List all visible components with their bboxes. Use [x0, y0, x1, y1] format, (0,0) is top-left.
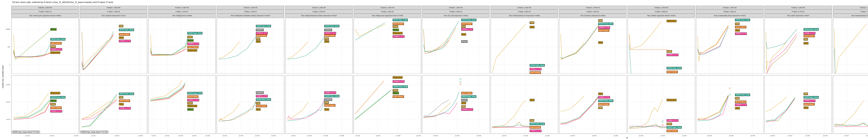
strip-test: Test: fread(colClasses='Date') improved …: [285, 14, 353, 18]
label-chip-fast: Fast: [530, 119, 534, 121]
series-line-orange: [150, 49, 187, 55]
series-line-green: [13, 100, 51, 118]
label-chip-slow: Slow: [598, 41, 603, 44]
series-line-gold: [150, 35, 187, 56]
label-chip-base-master: base=master: [256, 34, 267, 37]
kilobytes-panel-canvas: [765, 18, 832, 74]
seconds-panel: Slowbase=masterFastCRAN=1.17.8HEAD=topn_…: [833, 76, 868, 134]
label-chip-head-topn-heap: HEAD=topn_heap: [393, 85, 408, 88]
series-line-orange: [424, 28, 456, 54]
y-tick-label: 1: [1, 64, 10, 66]
label-chip-head-topn-heap: HEAD=topn_heap: [50, 38, 65, 40]
kilobytes-panel: BeforeHEAD=topn_heapbase=masterFixedCRAN…: [11, 18, 79, 74]
strip-nfactor: N.factor: 1.00e+00: [285, 6, 353, 9]
label-chip-base-master: base=master: [119, 100, 130, 102]
strip-nfactor: N.factor: 1.00e+00: [148, 6, 216, 9]
strip-nfactor: N.factor: 1.00e+00: [11, 6, 79, 9]
series-line-teal: [82, 31, 114, 70]
seconds-panel: HEAD=topn_heapFastbase=masterSlowCRAN=1.…: [80, 76, 147, 134]
seconds-panel-canvas: [559, 76, 626, 134]
series-line-teal: [561, 24, 599, 59]
x-tick-label: 1e+04: [239, 135, 243, 137]
y-tick-label: 10000: [1, 28, 10, 30]
series-line-gold: [492, 101, 526, 127]
label-chip-cran-1-17-8: CRAN=1.17.8: [461, 108, 473, 111]
label-chip-fixed: Fixed: [393, 89, 398, 91]
label-chip-fast: Fast: [461, 25, 466, 28]
label-chip-head-topn-heap: HEAD=topn_heap: [119, 92, 134, 95]
label-chip-slow: Slow: [256, 40, 261, 43]
point-marker: [729, 94, 731, 95]
label-chip-regression: Regression: [50, 92, 60, 94]
label-chip-fasterio: FasterIO: [256, 91, 264, 94]
label-chip-base-master: base=master: [324, 104, 335, 107]
seconds-panel: base=masterHEAD=topn_heapSlowerSlowFastC…: [422, 76, 490, 134]
kilobytes-panel-canvas: [354, 18, 421, 74]
x-axis-title: N: [626, 137, 628, 139]
label-chip-regression: Regression: [393, 76, 403, 79]
x-tick-label: 1e+04: [50, 135, 54, 137]
series-line-teal: [355, 90, 391, 119]
series-line-pink: [82, 100, 117, 120]
x-tick-label: 1e+03: [639, 135, 643, 137]
strip-test: Test: forderv(retGrp=F) improved in #438…: [491, 14, 558, 18]
label-chip-before: Before: [187, 39, 193, 42]
x-tick-label: 1e+03: [707, 135, 712, 137]
strip-test: Test: DT[by] max regression fixed in #74…: [353, 14, 421, 18]
label-chip-head-topn-heap: HEAD=topn_heap: [187, 92, 203, 94]
seconds-panel-canvas: [833, 76, 868, 134]
label-chip-cran-1-17-8: CRAN=1.17.8: [461, 28, 473, 31]
label-chip-fasterio: FasterIO: [324, 98, 332, 101]
series-line-pink: [492, 127, 530, 128]
label-chip-head-topn-heap: HEAD=topn_heap: [530, 123, 545, 125]
y-tick-label: 1e-02: [1, 101, 10, 103]
label-chip-head-topn-heap: HEAD=topn_heap: [666, 126, 682, 129]
label-chip-head-topn-heap: HEAD=topn_heap: [256, 25, 271, 27]
label-chip-base-master: base=master: [804, 103, 815, 106]
x-tick-label: 1e+05: [205, 135, 210, 137]
series-line-dgold: [698, 95, 728, 120]
label-chip-fixed: Fixed: [666, 123, 672, 125]
label-chip-before: Before: [50, 28, 56, 31]
label-chip-fast: Fast: [256, 37, 260, 40]
label-chip-base-master: base=master: [324, 34, 335, 37]
series-line-teal: [150, 83, 185, 100]
seconds-panel-canvas: [422, 76, 489, 134]
series-line-teal: [698, 27, 728, 55]
x-tick-label: 1e+06: [592, 135, 596, 137]
label-chip-slower: Slower: [461, 99, 468, 101]
series-line-dgold: [82, 32, 83, 67]
y-tick-label: 100: [1, 46, 10, 48]
label-chip-before: Before: [187, 108, 193, 111]
label-chip-base-master: base=master: [461, 92, 472, 94]
seconds-panel: HEAD=topn_heapbase=masterCRAN=1.17.8Fixe…: [148, 76, 216, 134]
label-chip-slower: Slower: [461, 40, 468, 43]
kilobytes-panel-canvas: [833, 18, 868, 74]
x-tick-label: 1e+03: [355, 135, 360, 137]
series-line-green: [150, 84, 185, 101]
label-chip-fixed: Fixed: [50, 103, 56, 106]
label-chip-cran-1-17-8: CRAN=1.17.8: [393, 80, 404, 83]
x-tick-label: 1e+02: [25, 135, 30, 137]
label-chip-slow: Slow: [256, 108, 261, 111]
label-chip-head-topn-heap: HEAD=topn_heap: [735, 19, 750, 21]
label-chip-slow: Slow: [530, 26, 534, 28]
series-line-gold: [219, 103, 240, 120]
label-chip-before: Before: [393, 92, 399, 94]
series-line-teal: [766, 98, 795, 121]
label-chip-base-master: base=master: [393, 95, 404, 98]
label-chip-cran-1-17-8: CRAN=1.17.8: [256, 95, 268, 97]
seconds-panel-canvas: [11, 76, 79, 134]
series-line-pink: [287, 99, 324, 119]
x-tick-label: 1e+04: [192, 135, 196, 137]
strip-pvalue: P.value: 1.54e-01: [285, 10, 353, 13]
label-chip-slow: Slow: [598, 92, 603, 95]
label-chip-cran-1-17-8: CRAN=1.17.8: [666, 119, 678, 121]
label-chip-slow: Slow: [461, 102, 466, 104]
label-chip-regression: Regression: [666, 99, 677, 101]
series-line-teal: [150, 35, 189, 55]
label-chip-slow: Slow: [804, 42, 808, 45]
kilobytes-panel-canvas: [11, 18, 79, 74]
series-line-gold: [150, 80, 182, 99]
series-line-teal: [835, 123, 868, 126]
